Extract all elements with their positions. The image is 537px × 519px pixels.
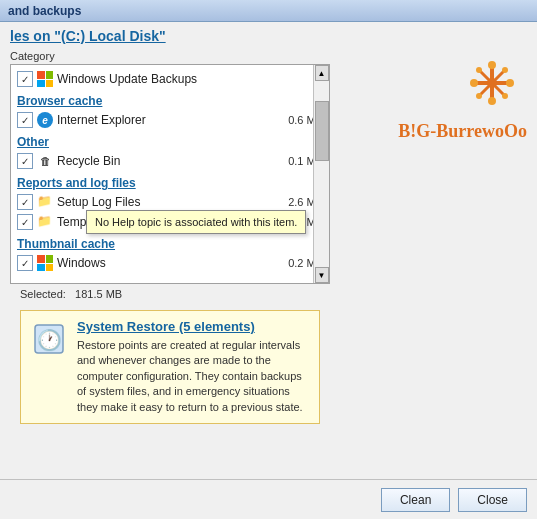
- item-label: Setup Log Files: [57, 195, 140, 209]
- checkbox-windows[interactable]: [17, 255, 33, 271]
- section-reports: Reports and log files: [11, 171, 329, 192]
- section-thumbnail: Thumbnail cache: [11, 232, 329, 253]
- list-item[interactable]: Windows Update Backups: [11, 69, 329, 89]
- list-item[interactable]: 🗑 Recycle Bin 0.1 MB: [11, 151, 329, 171]
- windows-update-icon: [37, 71, 53, 87]
- file-list[interactable]: Windows Update Backups Browser cache Int…: [10, 64, 330, 284]
- recycle-icon: 🗑: [37, 153, 53, 169]
- item-label: Recycle Bin: [57, 154, 120, 168]
- info-box: 🕐 System Restore (5 elements) Restore po…: [20, 310, 320, 424]
- item-label: Windows: [57, 256, 106, 270]
- scroll-down[interactable]: ▼: [315, 267, 329, 283]
- item-label: Windows Update Backups: [57, 72, 197, 86]
- selected-label: Selected:: [20, 288, 66, 300]
- tooltip-text: No Help topic is associated with this it…: [95, 216, 297, 228]
- section-browser-cache: Browser cache: [11, 89, 329, 110]
- logo-text: B!G-BurrewoOo: [347, 121, 527, 142]
- folder-icon: 📁: [37, 214, 53, 230]
- scroll-thumb[interactable]: [315, 101, 329, 161]
- svg-point-12: [502, 93, 508, 99]
- system-restore-icon: 🕐: [29, 319, 69, 359]
- bottom-bar: Clean Close: [0, 479, 537, 519]
- info-box-title: System Restore (5 elements): [77, 319, 311, 334]
- page-title-text: les on "(C:) Local Disk": [10, 28, 166, 44]
- svg-point-9: [470, 79, 478, 87]
- tooltip: No Help topic is associated with this it…: [86, 210, 306, 234]
- windows-icon: [37, 255, 53, 271]
- ie-icon: [37, 112, 53, 128]
- close-button[interactable]: Close: [458, 488, 527, 512]
- section-label: Reports and log files: [17, 176, 136, 190]
- list-item-setup-log[interactable]: 📁 Setup Log Files 2.6 MB: [11, 192, 329, 212]
- svg-point-8: [488, 97, 496, 105]
- svg-point-14: [476, 93, 482, 99]
- svg-point-11: [476, 67, 482, 73]
- section-label: Thumbnail cache: [17, 237, 115, 251]
- svg-point-13: [502, 67, 508, 73]
- checkbox-recycle[interactable]: [17, 153, 33, 169]
- checkbox-temp[interactable]: [17, 214, 33, 230]
- left-panel: Category Windows Update Backups Browser …: [0, 48, 340, 465]
- svg-text:🕐: 🕐: [37, 328, 62, 352]
- scrollbar[interactable]: ▲ ▼: [313, 65, 329, 283]
- clean-button[interactable]: Clean: [381, 488, 450, 512]
- selected-value: 181.5 MB: [75, 288, 122, 300]
- svg-point-10: [506, 79, 514, 87]
- folder-icon: 📁: [37, 194, 53, 210]
- category-header: Category: [10, 48, 330, 64]
- info-box-description: Restore points are created at regular in…: [77, 338, 311, 415]
- item-label: Internet Explorer: [57, 113, 146, 127]
- checkbox-windows-update[interactable]: [17, 71, 33, 87]
- right-panel: B!G-BurrewoOo: [340, 48, 537, 465]
- list-item[interactable]: Internet Explorer 0.6 MB: [11, 110, 329, 130]
- selected-row: Selected: 181.5 MB: [10, 284, 330, 304]
- list-item[interactable]: Windows 0.2 MB: [11, 253, 329, 273]
- section-label: Browser cache: [17, 94, 102, 108]
- page-title: les on "(C:) Local Disk": [0, 22, 537, 48]
- section-other: Other: [11, 130, 329, 151]
- checkbox-setup-log[interactable]: [17, 194, 33, 210]
- scroll-up[interactable]: ▲: [315, 65, 329, 81]
- checkbox-ie[interactable]: [17, 112, 33, 128]
- logo-graphic: [437, 58, 517, 118]
- logo-area: B!G-BurrewoOo: [347, 48, 537, 142]
- title-bar: and backups: [0, 0, 537, 22]
- svg-point-7: [488, 61, 496, 69]
- info-box-content: System Restore (5 elements) Restore poin…: [77, 319, 311, 415]
- section-label: Other: [17, 135, 49, 149]
- title-bar-text: and backups: [8, 4, 81, 18]
